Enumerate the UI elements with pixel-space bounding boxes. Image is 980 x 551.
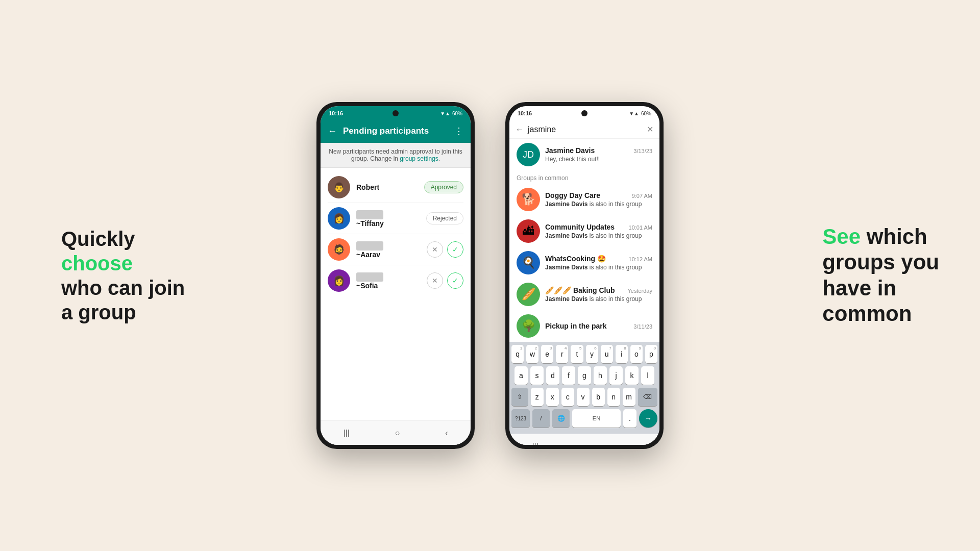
key-s[interactable]: s [530, 366, 544, 385]
shift-key[interactable]: ⇧ [511, 388, 528, 406]
group-item-baking[interactable]: 🥖 🥖🥖🥖 Baking Club Yesterday Jasmine Davi… [509, 279, 659, 310]
key-v[interactable]: v [577, 388, 590, 406]
baking-member-name: Jasmine Davis [545, 295, 587, 303]
key-q[interactable]: 1q [511, 345, 524, 363]
key-e[interactable]: 3e [541, 345, 553, 363]
globe-key[interactable]: 🌐 [552, 409, 570, 428]
key-g[interactable]: g [578, 366, 591, 385]
key-p[interactable]: 0p [645, 345, 657, 363]
key-h[interactable]: h [594, 366, 607, 385]
avatar-whatscooking: 🍳 [517, 251, 540, 274]
search-input[interactable]: jasmine [528, 125, 643, 134]
whatscooking-name: WhatsCooking 🤩 [545, 255, 606, 263]
rejected-badge: Rejected [426, 212, 463, 224]
community-time: 10:01 AM [629, 224, 652, 231]
key-r[interactable]: 4r [556, 345, 568, 363]
key-t[interactable]: 5t [571, 345, 583, 363]
num-key[interactable]: ?123 [511, 409, 530, 428]
group-item-whatscooking[interactable]: 🍳 WhatsCooking 🤩 10:12 AM Jasmine Davis … [509, 247, 659, 279]
key-i[interactable]: 8i [616, 345, 628, 363]
slash-key[interactable]: / [532, 409, 550, 428]
nav-back-icon-right[interactable]: ‹ [634, 442, 636, 445]
aarav-action-buttons: ✕ ✓ [427, 241, 463, 258]
approve-button-sofia[interactable]: ✓ [447, 272, 463, 289]
keyboard-row-3: ⇧ z x c v b n m ⌫ [511, 388, 657, 406]
jasmine-chat-top: Jasmine Davis 3/13/23 [545, 146, 652, 155]
whatscooking-time: 10:12 AM [629, 256, 652, 262]
whatscooking-chat-info: WhatsCooking 🤩 10:12 AM Jasmine Davis is… [545, 255, 652, 271]
key-m[interactable]: m [623, 388, 635, 406]
info-text: New participants need admin approval to … [329, 148, 462, 162]
search-clear-icon[interactable]: ✕ [647, 124, 653, 134]
key-l[interactable]: l [641, 366, 654, 385]
search-back-icon[interactable]: ← [516, 125, 524, 134]
baking-chat-top: 🥖🥖🥖 Baking Club Yesterday [545, 286, 652, 294]
scene: Quickly choose who can joina group 10:16… [0, 0, 980, 551]
group-settings-link[interactable]: group settings [400, 155, 438, 162]
phone-right-screen: 10:16 ▼▲ 60% ← jasmine ✕ JD [509, 106, 659, 445]
search-bar: ← jasmine ✕ [509, 120, 659, 139]
reject-button-sofia[interactable]: ✕ [427, 272, 443, 289]
signal-icon: ▼▲ [440, 111, 450, 116]
baking-member-note: is also in this group [590, 295, 642, 303]
participant-item-sofia: 👩 ~Sofia ✕ ✓ [321, 265, 471, 296]
phone-left-status-icons: ▼▲ 60% [440, 111, 462, 116]
right-text-see: See [822, 224, 861, 248]
signal-icon-right: ▼▲ [629, 111, 639, 116]
right-label: See whichgroups youhave incommon [822, 224, 939, 327]
phone-left: 10:16 ▼▲ 60% ← Pending participants ⋮ Ne… [316, 102, 475, 449]
left-text-rest: who can joina group [61, 277, 185, 323]
back-arrow-icon[interactable]: ← [328, 126, 337, 137]
community-chat-top: Community Updates 10:01 AM [545, 223, 652, 231]
avatar-community: 🏙 [517, 219, 540, 243]
community-member-name: Jasmine Davis [545, 232, 587, 239]
key-k[interactable]: k [625, 366, 639, 385]
baking-chat-info: 🥖🥖🥖 Baking Club Yesterday Jasmine Davis … [545, 286, 652, 303]
battery-icon: 60% [452, 111, 462, 116]
group-item-doggy[interactable]: 🐕 Doggy Day Care 9:07 AM Jasmine Davis i… [509, 184, 659, 215]
key-c[interactable]: c [561, 388, 574, 406]
doggy-chat-top: Doggy Day Care 9:07 AM [545, 191, 652, 199]
nav-home-icon[interactable]: ○ [395, 429, 400, 438]
period-key[interactable]: . [623, 409, 636, 428]
key-z[interactable]: z [531, 388, 544, 406]
send-key[interactable]: → [639, 409, 657, 428]
nav-recent-icon[interactable]: ||| [343, 429, 349, 438]
key-n[interactable]: n [607, 388, 620, 406]
avatar-baking: 🥖 [517, 283, 540, 306]
jasmine-preview: Hey, check this out!! [545, 156, 652, 163]
group-item-community[interactable]: 🏙 Community Updates 10:01 AM Jasmine Dav… [509, 215, 659, 247]
jasmine-chat-info: Jasmine Davis 3/13/23 Hey, check this ou… [545, 146, 652, 163]
group-item-pickup[interactable]: 🌳 Pickup in the park 3/11/23 [509, 310, 659, 342]
jasmine-name: Jasmine Davis [545, 146, 595, 155]
whatscooking-chat-top: WhatsCooking 🤩 10:12 AM [545, 255, 652, 263]
whatscooking-member-name: Jasmine Davis [545, 264, 587, 271]
key-o[interactable]: 9o [630, 345, 643, 363]
more-options-icon[interactable]: ⋮ [454, 126, 463, 137]
chat-item-jasmine[interactable]: JD Jasmine Davis 3/13/23 Hey, check this… [509, 139, 659, 170]
space-key[interactable]: EN [572, 409, 621, 428]
key-b[interactable]: b [592, 388, 605, 406]
phone-left-time: 10:16 [329, 110, 343, 116]
pending-participants-title: Pending participants [343, 126, 448, 136]
participant-name-aarav: ~Aarav [356, 251, 421, 259]
reject-button-aarav[interactable]: ✕ [427, 241, 443, 258]
key-a[interactable]: a [514, 366, 528, 385]
key-f[interactable]: f [562, 366, 575, 385]
community-name: Community Updates [545, 223, 615, 231]
key-y[interactable]: 6y [586, 345, 598, 363]
nav-recent-icon-right[interactable]: ||| [532, 442, 538, 445]
nav-back-icon[interactable]: ‹ [445, 429, 448, 438]
participant-item-robert: 👨 Robert Approved [321, 172, 471, 203]
pickup-name: Pickup in the park [545, 322, 607, 330]
key-x[interactable]: x [546, 388, 559, 406]
approve-button-aarav[interactable]: ✓ [447, 241, 463, 258]
key-j[interactable]: j [609, 366, 623, 385]
key-d[interactable]: d [546, 366, 559, 385]
nav-home-icon-right[interactable]: ○ [584, 442, 589, 445]
key-w[interactable]: 2w [526, 345, 538, 363]
phone-left-screen: 10:16 ▼▲ 60% ← Pending participants ⋮ Ne… [321, 106, 471, 445]
key-u[interactable]: 7u [601, 345, 613, 363]
backspace-key[interactable]: ⌫ [638, 388, 657, 406]
avatar-pickup: 🌳 [517, 314, 540, 338]
